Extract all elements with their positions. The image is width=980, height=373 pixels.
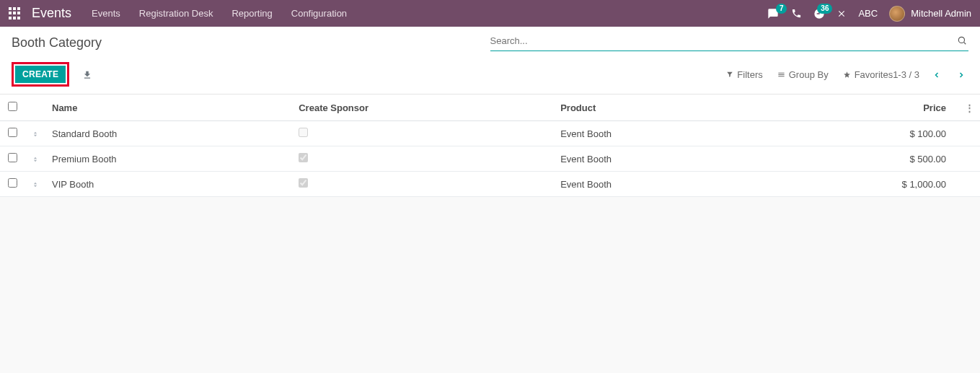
phone-icon[interactable] bbox=[791, 8, 802, 19]
col-options-icon[interactable]: ⋮ bbox=[959, 95, 980, 121]
cell-product: Event Booth bbox=[555, 146, 756, 172]
favorites-label: Favorites bbox=[855, 69, 893, 80]
cell-name: VIP Booth bbox=[46, 172, 293, 197]
cell-create-sponsor bbox=[293, 146, 555, 172]
activities-badge: 36 bbox=[817, 4, 832, 14]
row-checkbox[interactable] bbox=[8, 153, 17, 162]
table-row[interactable]: Premium BoothEvent Booth$ 500.00 bbox=[0, 146, 980, 172]
app-brand[interactable]: Events bbox=[32, 6, 71, 21]
close-icon[interactable] bbox=[836, 9, 847, 19]
search-wrap bbox=[490, 32, 969, 51]
avatar bbox=[889, 6, 905, 22]
cell-name: Premium Booth bbox=[46, 146, 293, 172]
cell-spacer bbox=[959, 121, 980, 146]
user-menu[interactable]: Mitchell Admin bbox=[889, 6, 971, 22]
activities-icon[interactable]: 36 bbox=[813, 8, 825, 19]
cell-create-sponsor bbox=[293, 172, 555, 197]
cell-price: $ 500.00 bbox=[756, 146, 959, 172]
nav-reporting[interactable]: Reporting bbox=[231, 8, 272, 19]
apps-icon[interactable] bbox=[9, 7, 22, 20]
export-icon[interactable] bbox=[82, 69, 92, 80]
table-row[interactable]: Standard BoothEvent Booth$ 100.00 bbox=[0, 121, 980, 146]
topbar-right: 7 36 ABC Mitchell Admin bbox=[767, 6, 971, 22]
drag-handle-icon[interactable] bbox=[25, 146, 46, 172]
col-price[interactable]: Price bbox=[756, 95, 959, 121]
create-button[interactable]: CREATE bbox=[15, 66, 66, 83]
groupby-button[interactable]: Group By bbox=[777, 69, 829, 80]
cell-price: $ 100.00 bbox=[756, 121, 959, 146]
user-name: Mitchell Admin bbox=[911, 8, 971, 19]
cell-spacer bbox=[959, 172, 980, 197]
drag-handle-icon[interactable] bbox=[25, 172, 46, 197]
topbar: Events Events Registration Desk Reportin… bbox=[0, 0, 980, 27]
row-checkbox[interactable] bbox=[8, 178, 17, 188]
col-create-sponsor[interactable]: Create Sponsor bbox=[293, 95, 555, 121]
page-title: Booth Category bbox=[12, 32, 490, 58]
handle-header bbox=[25, 95, 46, 121]
create-highlight: CREATE bbox=[12, 62, 69, 87]
pager-prev-icon[interactable] bbox=[930, 68, 944, 82]
svg-line-1 bbox=[964, 42, 966, 44]
nav-events[interactable]: Events bbox=[92, 8, 120, 19]
cell-spacer bbox=[959, 146, 980, 172]
col-product[interactable]: Product bbox=[555, 95, 756, 121]
cell-price: $ 1,000.00 bbox=[756, 172, 959, 197]
table-row[interactable]: VIP BoothEvent Booth$ 1,000.00 bbox=[0, 172, 980, 197]
cell-name: Standard Booth bbox=[46, 121, 293, 146]
select-all-checkbox[interactable] bbox=[8, 102, 17, 111]
sponsor-checkbox bbox=[299, 128, 308, 137]
cell-product: Event Booth bbox=[555, 121, 756, 146]
nav-configuration[interactable]: Configuration bbox=[291, 8, 347, 19]
drag-handle-icon[interactable] bbox=[25, 121, 46, 146]
cell-product: Event Booth bbox=[555, 172, 756, 197]
groupby-label: Group By bbox=[789, 69, 829, 80]
svg-point-0 bbox=[958, 37, 964, 43]
row-checkbox[interactable] bbox=[8, 128, 17, 137]
search-input[interactable] bbox=[490, 32, 969, 51]
main-nav: Events Registration Desk Reporting Confi… bbox=[92, 8, 767, 19]
filters-button[interactable]: Filters bbox=[726, 69, 762, 80]
messaging-badge: 7 bbox=[776, 4, 787, 14]
control-panel: Booth Category CREATE Filters Group By bbox=[0, 27, 980, 95]
nav-registration-desk[interactable]: Registration Desk bbox=[139, 8, 213, 19]
search-icon[interactable] bbox=[957, 34, 967, 45]
favorites-button[interactable]: Favorites bbox=[843, 69, 893, 80]
filters-label: Filters bbox=[737, 69, 762, 80]
col-name[interactable]: Name bbox=[46, 95, 293, 121]
messaging-icon[interactable]: 7 bbox=[767, 8, 780, 19]
company-switcher[interactable]: ABC bbox=[858, 8, 878, 19]
pager-next-icon[interactable] bbox=[954, 68, 968, 82]
list-view: Name Create Sponsor Product Price ⋮ Stan… bbox=[0, 95, 980, 197]
cell-create-sponsor bbox=[293, 121, 555, 146]
sponsor-checkbox bbox=[299, 153, 308, 162]
pager-text[interactable]: 1-3 / 3 bbox=[893, 69, 919, 80]
sponsor-checkbox bbox=[299, 178, 308, 188]
